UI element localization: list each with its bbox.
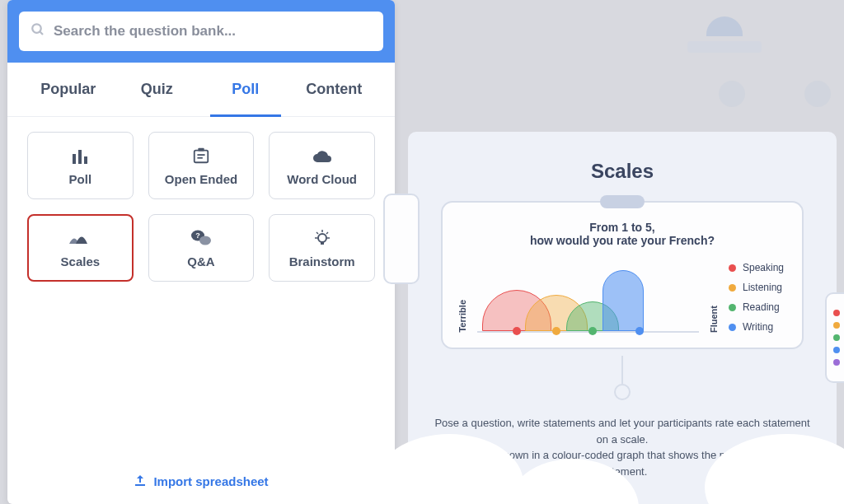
- search-box[interactable]: [19, 12, 383, 51]
- card-scales[interactable]: Scales: [27, 214, 134, 282]
- search-header: [7, 0, 395, 63]
- legend-label: Writing: [743, 321, 773, 333]
- card-qa[interactable]: ? Q&A: [148, 214, 255, 282]
- card-label: Brainstorm: [289, 254, 355, 268]
- legend-item: Reading: [729, 301, 784, 313]
- tab-poll[interactable]: Poll: [201, 63, 290, 116]
- legend-label: Reading: [743, 301, 780, 313]
- tab-quiz[interactable]: Quiz: [113, 63, 202, 116]
- svg-point-0: [32, 24, 41, 33]
- card-poll[interactable]: Poll: [27, 132, 134, 199]
- chart-humps: [477, 268, 699, 333]
- open-ended-icon: [192, 146, 210, 166]
- svg-text:?: ?: [195, 231, 200, 240]
- svg-rect-19: [135, 484, 145, 486]
- svg-rect-5: [195, 150, 209, 162]
- tab-bar: Popular Quiz Poll Content: [7, 63, 395, 117]
- card-label: Q&A: [187, 254, 214, 268]
- desc-line1: Pose a question, write statements and le…: [434, 417, 809, 446]
- svg-point-11: [199, 236, 211, 245]
- legend-item: Listening: [729, 282, 784, 293]
- preview-chart: Terrible Fluent Speaking Listening Readi…: [457, 262, 787, 333]
- preview-question-line1: From 1 to 5,: [457, 221, 787, 234]
- presentation-stand: [408, 356, 837, 400]
- legend-item: Writing: [729, 321, 784, 333]
- legend-item: Speaking: [729, 262, 784, 273]
- card-label: Word Cloud: [287, 172, 357, 186]
- legend-label: Listening: [743, 282, 782, 293]
- axis-label-high: Fluent: [709, 306, 719, 333]
- card-label: Poll: [69, 172, 92, 186]
- svg-point-12: [318, 234, 326, 242]
- svg-rect-3: [78, 150, 82, 164]
- svg-line-15: [316, 232, 318, 234]
- preview-panel: Scales From 1 to 5, how would you rate y…: [408, 132, 837, 504]
- scales-icon: [68, 228, 92, 248]
- legend-label: Speaking: [743, 262, 784, 273]
- card-brainstorm[interactable]: Brainstorm: [269, 214, 375, 282]
- preview-question-line2: how would you rate your French?: [457, 234, 787, 247]
- card-open-ended[interactable]: Open Ended: [148, 132, 255, 199]
- background-decoration: [719, 81, 745, 107]
- preview-title: Scales: [408, 132, 837, 193]
- svg-line-16: [326, 232, 328, 234]
- preview-adjacent-right: [825, 292, 844, 383]
- tab-popular[interactable]: Popular: [24, 63, 113, 116]
- background-decoration: [687, 16, 762, 58]
- preview-description: Pose a question, write statements and le…: [431, 415, 814, 479]
- card-label: Open Ended: [165, 172, 237, 186]
- cloud-icon: [312, 146, 333, 166]
- poll-icon: [71, 146, 89, 166]
- search-input[interactable]: [54, 23, 372, 40]
- svg-rect-4: [84, 156, 87, 164]
- chart-legend: Speaking Listening Reading Writing: [729, 262, 787, 333]
- svg-line-1: [40, 31, 43, 35]
- background-decoration: [804, 81, 831, 107]
- card-grid: Poll Open Ended Word Cloud Scales ? Q&A: [7, 117, 395, 296]
- search-icon: [30, 22, 45, 41]
- qa-icon: ?: [190, 228, 212, 248]
- import-label: Import spreadsheet: [153, 474, 268, 488]
- preview-board: From 1 to 5, how would you rate your Fre…: [441, 201, 804, 349]
- board-notch: [600, 195, 645, 208]
- question-type-panel: Popular Quiz Poll Content Poll Open Ende…: [7, 0, 395, 504]
- card-label: Scales: [61, 254, 101, 268]
- import-spreadsheet-button[interactable]: Import spreadsheet: [7, 459, 395, 504]
- desc-line2: Results are shown in a colour-coded grap…: [441, 449, 804, 478]
- svg-rect-2: [73, 154, 76, 164]
- svg-rect-6: [198, 147, 204, 151]
- card-word-cloud[interactable]: Word Cloud: [269, 132, 375, 199]
- tab-content[interactable]: Content: [290, 63, 379, 116]
- axis-label-low: Terrible: [457, 300, 467, 333]
- preview-adjacent-left: [383, 194, 420, 284]
- svg-rect-13: [321, 242, 324, 245]
- upload-icon: [134, 474, 147, 489]
- brainstorm-icon: [313, 228, 331, 248]
